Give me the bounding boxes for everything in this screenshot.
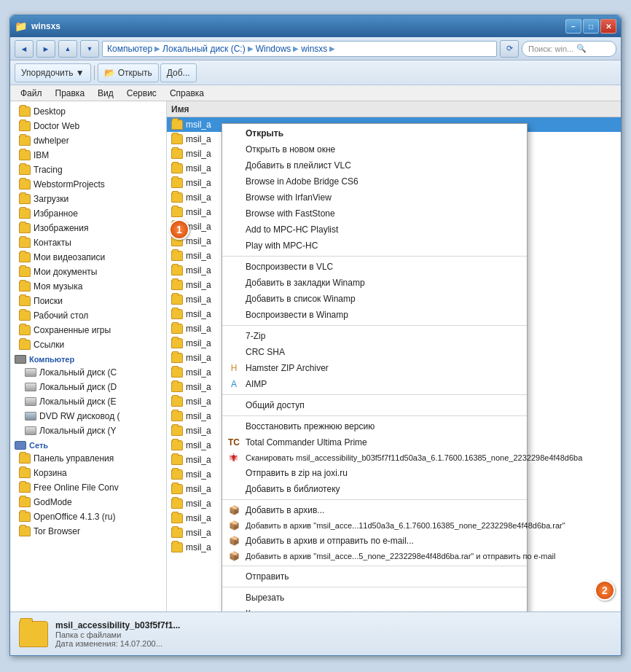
folder-icon bbox=[171, 499, 183, 509]
sidebar-item-savedgames[interactable]: Сохраненные игры bbox=[10, 323, 166, 337]
sidebar-item-desktop[interactable]: Desktop bbox=[10, 104, 166, 119]
sidebar-item-favorites[interactable]: Избранное bbox=[10, 206, 166, 221]
file-name: msil_a bbox=[186, 338, 211, 348]
sidebar-freeconv[interactable]: Free Online File Conv bbox=[10, 480, 166, 495]
sidebar-item-videos[interactable]: Мои видеозаписи bbox=[10, 250, 166, 265]
sidebar-dvd[interactable]: DVD RW дисковод ( bbox=[10, 409, 166, 423]
sidebar-item-music[interactable]: Моя музыка bbox=[10, 279, 166, 294]
ctx-mpc-playlist[interactable]: Add to MPC-HC Playlist bbox=[222, 222, 527, 238]
up-button[interactable]: ▲ bbox=[58, 40, 77, 58]
organize-button[interactable]: Упорядочить ▼ bbox=[15, 63, 91, 82]
sidebar-item-images[interactable]: Изображения bbox=[10, 221, 166, 235]
path-drive[interactable]: Локальный диск (C:) bbox=[162, 44, 246, 54]
ctx-mpc-play[interactable]: Play with MPC-HC bbox=[222, 238, 527, 254]
ctx-tc[interactable]: TC Total Commander Ultima Prime bbox=[222, 434, 527, 450]
recent-button[interactable]: ▼ bbox=[80, 40, 99, 58]
path-computer[interactable]: Компьютер bbox=[107, 44, 152, 54]
menu-edit[interactable]: Правка bbox=[50, 87, 91, 100]
ctx-hamster[interactable]: H Hamster ZIP Archiver bbox=[222, 360, 527, 376]
ctx-adobe-bridge[interactable]: Browse in Adobe Bridge CS6 bbox=[222, 173, 527, 190]
ctx-open[interactable]: Открыть bbox=[222, 125, 527, 141]
ctx-rar-add-named[interactable]: 📦 Добавить в архив "msil_acce...11d50a3a… bbox=[222, 518, 527, 533]
add-button[interactable]: Доб... bbox=[160, 63, 197, 82]
sidebar-recycle[interactable]: Корзина bbox=[10, 466, 166, 480]
sidebar-item-webstorm[interactable]: WebstormProjects bbox=[10, 177, 166, 192]
ctx-open-new-window[interactable]: Открыть в новом окне bbox=[222, 141, 527, 157]
ctx-joxi[interactable]: Отправить в zip на joxi.ru bbox=[222, 465, 527, 481]
menu-file[interactable]: Файл bbox=[15, 87, 48, 100]
close-button[interactable]: ✕ bbox=[600, 19, 616, 34]
menu-help[interactable]: Справка bbox=[164, 87, 210, 100]
ctx-winamp-add-list[interactable]: Добавить в список Winamp bbox=[222, 291, 527, 307]
ctx-joxi-label: Отправить в zip на joxi.ru bbox=[246, 468, 348, 478]
ctx-share[interactable]: Общий доступ bbox=[222, 397, 527, 413]
ctx-sep-4 bbox=[222, 415, 527, 416]
sidebar-controlpanel[interactable]: Панель управления bbox=[10, 451, 166, 466]
sidebar: Desktop Doctor Web dwhelper IBM Tracing … bbox=[10, 101, 167, 612]
ctx-faststone-label: Browse with FastStone bbox=[246, 208, 335, 219]
open-label: Открыть bbox=[118, 68, 152, 78]
ctx-crc-sha[interactable]: CRC SHA bbox=[222, 344, 527, 360]
ctx-restore-version[interactable]: Восстановить прежнюю версию bbox=[222, 418, 527, 434]
sidebar-label-desktop2: Рабочий стол bbox=[34, 310, 88, 321]
ctx-rar-named-email[interactable]: 📦 Добавить в архив "msil_acce...5_none_2… bbox=[222, 549, 527, 563]
sidebar-godmode[interactable]: GodMode bbox=[10, 495, 166, 509]
maximize-button[interactable]: □ bbox=[583, 19, 599, 34]
minimize-button[interactable]: − bbox=[565, 19, 581, 34]
sidebar-drive-y[interactable]: Локальный диск (Y bbox=[10, 423, 166, 438]
ctx-rar-email[interactable]: 📦 Добавить в архив и отправить по e-mail… bbox=[222, 533, 527, 549]
sidebar-drive-e[interactable]: Локальный диск (E bbox=[10, 394, 166, 409]
ctx-winamp-play[interactable]: Воспроизвести в Winamp bbox=[222, 307, 527, 323]
address-path[interactable]: Компьютер ▶ Локальный диск (C:) ▶ Window… bbox=[102, 41, 497, 57]
ctx-vlc-play[interactable]: Воспроизвести в VLC bbox=[222, 259, 527, 275]
forward-button[interactable]: ► bbox=[36, 40, 55, 58]
ctx-rar-add[interactable]: 📦 Добавить в архив... bbox=[222, 502, 527, 518]
menu-service[interactable]: Сервис bbox=[121, 87, 162, 100]
folder-icon bbox=[171, 426, 183, 436]
sidebar-item-dwhelper[interactable]: dwhelper bbox=[10, 133, 166, 148]
sidebar-item-docs[interactable]: Мои документы bbox=[10, 265, 166, 279]
ctx-vlc-playlist[interactable]: Добавить в плейлист VLC bbox=[222, 157, 527, 173]
status-info: msil_accessibility_b03f5f7f1... Папка с … bbox=[55, 620, 180, 648]
path-winsxs[interactable]: winsxs bbox=[301, 44, 327, 54]
ctx-faststone[interactable]: Browse with FastStone bbox=[222, 206, 527, 222]
file-name: msil_a bbox=[186, 426, 211, 436]
window-title: winsxs bbox=[27, 21, 565, 31]
path-windows[interactable]: Windows bbox=[256, 44, 291, 54]
menu-view[interactable]: Вид bbox=[92, 87, 119, 100]
search-box[interactable]: Поиск: win... 🔍 bbox=[522, 41, 616, 57]
back-button[interactable]: ◄ bbox=[15, 40, 34, 58]
sidebar-item-contacts[interactable]: Контакты bbox=[10, 235, 166, 250]
sidebar-drive-c[interactable]: Локальный диск (C bbox=[10, 365, 166, 380]
ctx-add-library[interactable]: Добавить в библиотеку bbox=[222, 481, 527, 497]
rar-icon: 📦 bbox=[228, 550, 240, 562]
folder-icon bbox=[171, 134, 183, 144]
sidebar-item-links[interactable]: Ссылки bbox=[10, 337, 166, 352]
ctx-aimp[interactable]: A AIMP bbox=[222, 376, 527, 392]
sidebar-item-searches[interactable]: Поиски bbox=[10, 294, 166, 308]
ctx-send[interactable]: Отправить bbox=[222, 569, 527, 585]
sidebar-openoffice[interactable]: OpenOffice 4.1.3 (ru) bbox=[10, 509, 166, 524]
sidebar-drive-d[interactable]: Локальный диск (D bbox=[10, 380, 166, 394]
sidebar-item-tracing[interactable]: Tracing bbox=[10, 163, 166, 177]
sidebar-item-doctorweb[interactable]: Doctor Web bbox=[10, 119, 166, 133]
sidebar-torbrowser[interactable]: Tor Browser bbox=[10, 524, 166, 539]
folder-icon bbox=[171, 149, 183, 159]
sidebar-item-ibm[interactable]: IBM bbox=[10, 148, 166, 163]
ctx-7zip[interactable]: 7-Zip bbox=[222, 328, 527, 344]
folder-icon bbox=[171, 440, 183, 450]
sidebar-label-links: Ссылки bbox=[34, 340, 64, 350]
drive-icon bbox=[25, 426, 36, 435]
open-button[interactable]: 📂 Открыть bbox=[98, 63, 159, 82]
ctx-irfanview[interactable]: Browse with IrfanView bbox=[222, 190, 527, 206]
refresh-button[interactable]: ⟳ bbox=[500, 40, 519, 58]
sidebar-item-downloads[interactable]: Загрузки bbox=[10, 192, 166, 206]
ctx-winamp-add-bm[interactable]: Добавить в закладки Winamp bbox=[222, 275, 527, 291]
ctx-copy[interactable]: Копировать bbox=[222, 606, 527, 612]
folder-icon bbox=[19, 340, 31, 350]
ctx-drweb-scan[interactable]: 🕷 Сканировать msil_accessibility_b03f5f7… bbox=[222, 450, 527, 465]
sidebar-item-desktop2[interactable]: Рабочий стол bbox=[10, 308, 166, 323]
ctx-cut[interactable]: Вырезать bbox=[222, 590, 527, 606]
file-name: msil_a bbox=[186, 455, 211, 465]
drive-e-label: Локальный диск (E bbox=[39, 396, 117, 407]
